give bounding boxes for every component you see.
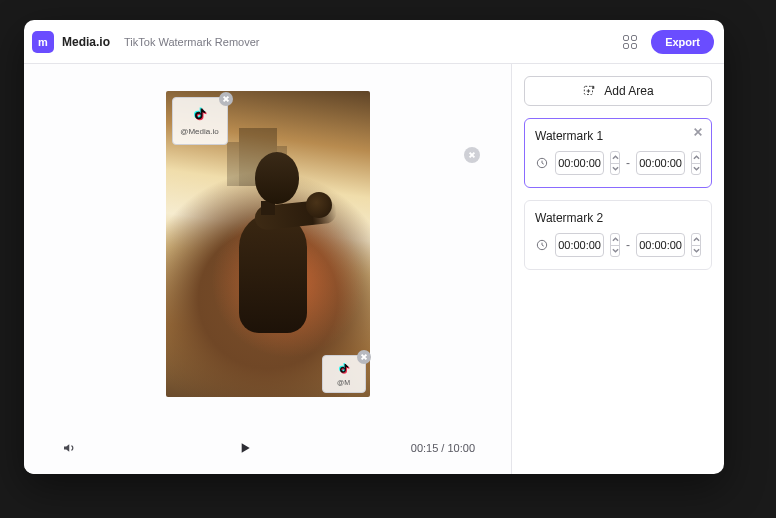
play-button[interactable] [235,438,255,458]
export-button[interactable]: Export [651,30,714,54]
brand-name: Media.io [62,35,110,49]
range-separator: - [626,238,630,252]
range-separator: - [626,156,630,170]
close-icon [222,95,230,103]
add-area-button[interactable]: Add Area [524,76,712,106]
add-area-label: Add Area [604,84,653,98]
brand-logo-text: m [38,36,48,48]
watermark-caption-1: @Media.io [180,127,218,136]
transport-bar: 00:15 / 10:00 [60,422,475,474]
app-window: m Media.io TikTok Watermark Remover Expo… [24,20,724,474]
chevron-down-icon [612,166,619,171]
step-up-button[interactable] [692,152,700,164]
start-time-stepper[interactable] [610,151,620,175]
step-down-button[interactable] [611,164,619,175]
time-range-row: 00:00:00 - 00:00:00 [535,233,701,257]
chevron-down-icon [612,248,619,253]
step-up-button[interactable] [692,234,700,246]
start-time-stepper[interactable] [610,233,620,257]
apps-grid-button[interactable] [617,29,643,55]
clock-icon [535,156,549,170]
side-panel: Add Area Watermark 1 00:00:00 [512,64,724,474]
tiktok-icon [336,362,352,378]
end-time-stepper[interactable] [691,151,701,175]
watermark-card-1[interactable]: Watermark 1 00:00:00 - 00:00:00 [524,118,712,188]
app-header: m Media.io TikTok Watermark Remover Expo… [24,20,724,64]
delete-watermark-1-button[interactable] [691,125,705,139]
chevron-up-icon [612,155,619,160]
step-up-button[interactable] [611,152,619,164]
remove-selection-1-button[interactable] [219,92,233,106]
time-range-row: 00:00:00 - 00:00:00 [535,151,701,175]
chevron-down-icon [693,248,700,253]
watermark-caption-2: @M [337,379,350,386]
watermark-selection-2[interactable]: @M [322,355,366,393]
step-down-button[interactable] [692,164,700,175]
volume-button[interactable] [60,438,80,458]
remove-selection-2-button[interactable] [357,350,371,364]
end-time-input[interactable]: 00:00:00 [636,233,685,257]
start-time-input[interactable]: 00:00:00 [555,233,604,257]
end-time-input[interactable]: 00:00:00 [636,151,685,175]
tiktok-icon [190,106,210,126]
watermark-title: Watermark 1 [535,129,701,143]
step-down-button[interactable] [611,246,619,257]
volume-icon [61,439,79,457]
video-canvas[interactable]: @Media.io @M [166,91,370,397]
close-icon [693,127,703,137]
add-area-icon [582,84,596,98]
apps-grid-icon [623,35,637,49]
chevron-down-icon [693,166,700,171]
close-icon [360,353,368,361]
brand-logo: m [32,31,54,53]
watermark-title: Watermark 2 [535,211,701,225]
play-icon [237,440,253,456]
chevron-up-icon [693,237,700,242]
watermark-card-2[interactable]: Watermark 2 00:00:00 - 00:00:00 [524,200,712,270]
start-time-input[interactable]: 00:00:00 [555,151,604,175]
time-display: 00:15 / 10:00 [411,442,475,454]
preview-pane: @Media.io @M [24,64,512,474]
app-body: @Media.io @M [24,64,724,474]
end-time-stepper[interactable] [691,233,701,257]
watermark-selection-1[interactable]: @Media.io [172,97,228,145]
chevron-up-icon [693,155,700,160]
remove-media-button[interactable] [464,147,480,163]
page-title: TikTok Watermark Remover [124,36,259,48]
close-icon [468,151,476,159]
step-down-button[interactable] [692,246,700,257]
export-label: Export [665,36,700,48]
canvas-wrap: @Media.io @M [60,86,475,422]
chevron-up-icon [612,237,619,242]
step-up-button[interactable] [611,234,619,246]
clock-icon [535,238,549,252]
